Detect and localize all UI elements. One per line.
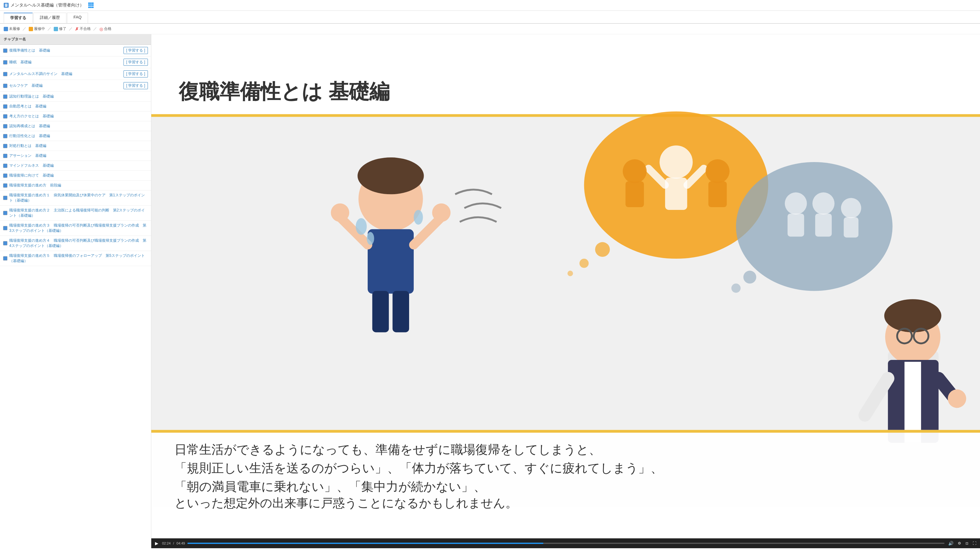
chapter-row[interactable]: 職場復帰支援の進め方 前段編 xyxy=(0,181,151,191)
chapter-title-link[interactable]: 職場復帰支援の進め方２ 主治医による職場復帰可能の判断 第2ステップのポイント（… xyxy=(9,208,148,218)
study-button[interactable]: [ 学習する ] xyxy=(124,47,148,54)
tab-history[interactable]: 詳細／履歴 xyxy=(33,13,66,23)
chapter-title-link[interactable]: 睡眠 基礎編 xyxy=(9,60,32,65)
chapter-title-link[interactable]: 職場復帰支援の進め方３ 職場復帰の可否判断及び職場復帰支援プランの作成 第3ステ… xyxy=(9,223,148,233)
legend-passed-icon: ◎ xyxy=(99,27,103,32)
document-icon xyxy=(4,3,9,8)
chapter-row[interactable]: 睡眠 基礎編[ 学習する ] xyxy=(0,57,151,68)
study-button[interactable]: [ 学習する ] xyxy=(124,70,148,78)
app-header: メンタルヘルス基礎編（管理者向け） xyxy=(0,0,980,11)
chapter-row[interactable]: セルフケア 基礎編[ 学習する ] xyxy=(0,80,151,92)
chapter-row[interactable]: 認知行動理論とは 基礎編 xyxy=(0,92,151,102)
study-button[interactable]: [ 学習する ] xyxy=(124,82,148,89)
chapter-status-icon xyxy=(3,211,7,215)
chapter-status-icon xyxy=(3,60,7,65)
svg-rect-39 xyxy=(844,217,859,238)
legend-in-progress: 履修中 xyxy=(29,26,45,32)
volume-button[interactable]: 🔊 xyxy=(947,541,955,546)
svg-text:復職準備性とは 基礎編: 復職準備性とは 基礎編 xyxy=(178,80,389,103)
play-button[interactable]: ▶ xyxy=(154,541,160,546)
chapter-row[interactable]: 対処行動とは 基礎編 xyxy=(0,141,151,151)
chapter-title-link[interactable]: 認知行動理論とは 基礎編 xyxy=(9,94,54,99)
chapter-title-link[interactable]: 対処行動とは 基礎編 xyxy=(9,143,46,148)
chapter-row[interactable]: 職場復帰支援の進め方２ 主治医による職場復帰可能の判断 第2ステップのポイント（… xyxy=(0,206,151,221)
chapter-status-icon xyxy=(3,124,7,129)
chapter-title-link[interactable]: 復職準備性とは 基礎編 xyxy=(9,48,50,53)
chapter-status-icon xyxy=(3,256,7,260)
chapter-row[interactable]: 認知再構成とは 基礎編 xyxy=(0,121,151,131)
chapter-row-left: マインドフルネス 基礎編 xyxy=(3,163,54,168)
chapter-row[interactable]: メンタルヘルス不調のサイン 基礎編[ 学習する ] xyxy=(0,68,151,80)
video-panel: 復職準備性とは 基礎編 xyxy=(151,34,980,548)
svg-point-28 xyxy=(705,159,730,183)
chapter-status-icon xyxy=(3,144,7,148)
svg-point-31 xyxy=(579,259,589,268)
svg-rect-35 xyxy=(788,214,804,237)
chapter-title-link[interactable]: メンタルヘルス不調のサイン 基礎編 xyxy=(9,71,72,76)
svg-point-34 xyxy=(785,192,807,214)
chapter-row[interactable]: マインドフルネス 基礎編 xyxy=(0,161,151,171)
chapter-title-link[interactable]: 職場復帰支援の進め方１ 病気休業開始及び休業中のケア 第1ステップのポイント（基… xyxy=(9,193,148,203)
chapter-row[interactable]: 復職準備性とは 基礎編[ 学習する ] xyxy=(0,45,151,57)
chapter-title-link[interactable]: 行動活性化とは 基礎編 xyxy=(9,133,50,138)
chapter-status-icon xyxy=(3,48,7,53)
chapter-row-left: 職場復帰支援の進め方４ 職場復帰の可否判断及び職場復帰支援プランの作成 第4ステ… xyxy=(3,238,148,248)
chapter-title-link[interactable]: セルフケア 基礎編 xyxy=(9,83,43,88)
legend-passed: ◎ 合格 xyxy=(99,26,111,32)
chapter-title-link[interactable]: アサーション 基礎編 xyxy=(9,153,46,158)
chapter-list: チャプター名 復職準備性とは 基礎編[ 学習する ]睡眠 基礎編[ 学習する ]… xyxy=(0,34,151,548)
svg-point-32 xyxy=(568,271,573,276)
svg-rect-54 xyxy=(151,430,980,433)
chapter-row[interactable]: 行動活性化とは 基礎編 xyxy=(0,131,151,141)
chapter-title-link[interactable]: マインドフルネス 基礎編 xyxy=(9,163,54,168)
svg-point-26 xyxy=(623,159,647,183)
svg-point-44 xyxy=(884,299,942,332)
page-title: メンタルヘルス基礎編（管理者向け） xyxy=(11,2,84,8)
pip-button[interactable]: ⊡ xyxy=(964,541,969,545)
video-content: 復職準備性とは 基礎編 xyxy=(151,34,980,538)
chapter-title-link[interactable]: 職場復帰支援の進め方５ 職場復帰後のフォローアップ 第5ステップのポイント（基礎… xyxy=(9,253,148,264)
svg-text:「朝の満員電車に乗れない」、「集中力が続かない」、: 「朝の満員電車に乗れない」、「集中力が続かない」、 xyxy=(175,480,486,494)
chapter-status-icon xyxy=(3,226,7,230)
chapter-row-left: アサーション 基礎編 xyxy=(3,153,46,158)
chapter-row[interactable]: 職場復帰支援の進め方１ 病気休業開始及び休業中のケア 第1ステップのポイント（基… xyxy=(0,191,151,206)
svg-point-10 xyxy=(358,157,424,194)
svg-point-41 xyxy=(732,284,741,293)
tab-study[interactable]: 学習する xyxy=(4,13,33,23)
chapter-row-left: 職場復帰に向けて 基礎編 xyxy=(3,173,54,178)
fullscreen-button[interactable]: ⛶ xyxy=(971,541,978,545)
svg-point-33 xyxy=(736,162,892,291)
settings-button[interactable]: ⚙ xyxy=(956,541,963,545)
grid-icon[interactable] xyxy=(88,2,94,8)
study-button[interactable]: [ 学習する ] xyxy=(124,59,148,66)
chapter-title-link[interactable]: 考え方のクセとは 基礎編 xyxy=(9,114,54,119)
legend-sep-3: ／ xyxy=(69,26,73,32)
chapter-row[interactable]: 自動思考とは 基礎編 xyxy=(0,102,151,111)
tab-faq[interactable]: FAQ xyxy=(67,13,88,23)
chapter-row-left: メンタルヘルス不調のサイン 基礎編 xyxy=(3,71,72,76)
progress-bar[interactable] xyxy=(188,543,945,544)
tab-bar: 学習する 詳細／履歴 FAQ xyxy=(0,11,980,24)
chapter-row[interactable]: 職場復帰支援の進め方３ 職場復帰の可否判断及び職場復帰支援プランの作成 第3ステ… xyxy=(0,221,151,236)
svg-rect-16 xyxy=(372,291,389,332)
chapter-title-link[interactable]: 職場復帰支援の進め方 前段編 xyxy=(9,183,61,188)
chapter-row-left: 職場復帰支援の進め方１ 病気休業開始及び休業中のケア 第1ステップのポイント（基… xyxy=(3,193,148,203)
chapter-title-link[interactable]: 自動思考とは 基礎編 xyxy=(9,104,46,109)
svg-point-30 xyxy=(595,242,610,257)
svg-point-20 xyxy=(367,232,374,245)
chapter-title-link[interactable]: 認知再構成とは 基礎編 xyxy=(9,124,50,129)
chapter-row[interactable]: 考え方のクセとは 基礎編 xyxy=(0,111,151,121)
chapter-title-link[interactable]: 職場復帰に向けて 基礎編 xyxy=(9,173,54,178)
chapter-row[interactable]: アサーション 基礎編 xyxy=(0,151,151,161)
chapter-row[interactable]: 職場復帰支援の進め方５ 職場復帰後のフォローアップ 第5ステップのポイント（基礎… xyxy=(0,251,151,266)
chapter-row[interactable]: 職場復帰支援の進め方４ 職場復帰の可否判断及び職場復帰支援プランの作成 第4ステ… xyxy=(0,236,151,251)
chapter-status-icon xyxy=(3,94,7,99)
legend-sep-1: ／ xyxy=(22,26,26,32)
svg-rect-27 xyxy=(625,181,644,208)
svg-point-40 xyxy=(743,271,756,284)
legend-not-started-label: 未履修 xyxy=(9,26,20,32)
chapter-row[interactable]: 職場復帰に向けて 基礎編 xyxy=(0,171,151,181)
time-sep: / xyxy=(173,541,174,545)
chapter-title-link[interactable]: 職場復帰支援の進め方４ 職場復帰の可否判断及び職場復帰支援プランの作成 第4ステ… xyxy=(9,238,148,248)
svg-point-38 xyxy=(841,198,861,218)
